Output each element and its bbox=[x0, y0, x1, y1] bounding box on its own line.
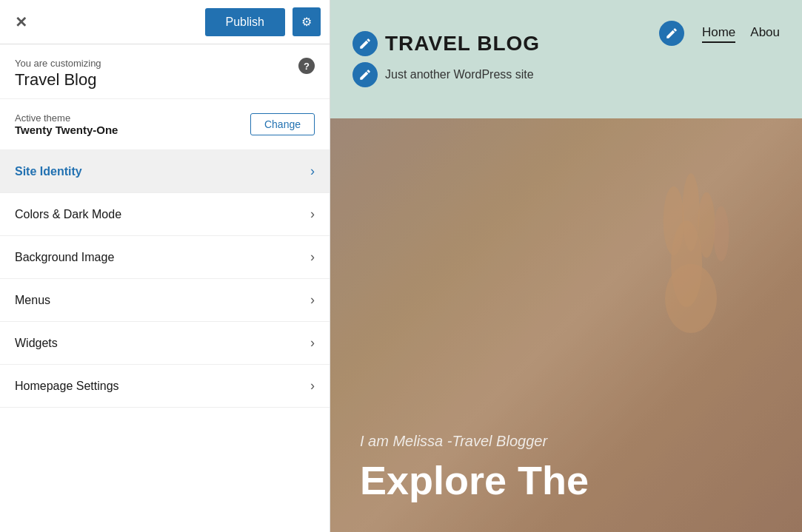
nav-item-label-site-identity: Site Identity bbox=[15, 165, 82, 178]
info-section: You are customizing Travel Blog ? bbox=[0, 44, 330, 99]
close-button[interactable]: ✕ bbox=[9, 10, 33, 34]
brand-top: TRAVEL BLOG bbox=[352, 31, 540, 56]
nav-link-home[interactable]: Home bbox=[702, 25, 735, 43]
change-theme-button[interactable]: Change bbox=[250, 113, 315, 135]
help-icon[interactable]: ? bbox=[298, 58, 315, 74]
preview-panel: TRAVEL BLOG Just another WordPress site … bbox=[330, 0, 802, 532]
hero-hand-svg bbox=[624, 126, 758, 333]
theme-name: Twenty Twenty-One bbox=[15, 124, 118, 136]
site-brand: TRAVEL BLOG Just another WordPress site bbox=[352, 31, 540, 87]
brand-title-text: TRAVEL BLOG bbox=[385, 32, 540, 55]
svg-point-6 bbox=[713, 206, 729, 262]
hero-content: I am Melissa -Travel Blogger Explore The bbox=[360, 433, 802, 502]
sidebar-item-background-image[interactable]: Background Image › bbox=[0, 236, 330, 279]
edit-tagline-icon[interactable] bbox=[352, 62, 378, 87]
pencil-tagline-svg bbox=[358, 68, 372, 81]
theme-info: Active theme Twenty Twenty-One bbox=[15, 112, 118, 136]
chevron-right-icon-background-image: › bbox=[310, 249, 315, 265]
svg-point-4 bbox=[682, 173, 699, 251]
chevron-right-icon-widgets: › bbox=[310, 335, 315, 351]
nav-item-label-menus: Menus bbox=[15, 294, 50, 307]
nav-item-label-background-image: Background Image bbox=[15, 251, 114, 264]
nav-item-label-widgets: Widgets bbox=[15, 337, 58, 350]
sidebar-item-site-identity[interactable]: Site Identity › bbox=[0, 150, 330, 193]
brand-tagline-row: Just another WordPress site bbox=[352, 62, 540, 87]
theme-section: Active theme Twenty Twenty-One Change bbox=[0, 99, 330, 150]
top-bar: ✕ Publish ⚙ bbox=[0, 0, 330, 44]
site-title-label: Travel Blog bbox=[15, 70, 315, 90]
hero-subtitle: I am Melissa -Travel Blogger bbox=[360, 433, 802, 450]
svg-point-3 bbox=[664, 186, 684, 255]
sidebar-item-menus[interactable]: Menus › bbox=[0, 279, 330, 322]
customizing-label: You are customizing bbox=[15, 58, 315, 69]
brand-tagline-text: Just another WordPress site bbox=[385, 68, 534, 81]
preview-header: TRAVEL BLOG Just another WordPress site … bbox=[330, 0, 802, 118]
preview-navigation: Home Abou bbox=[659, 21, 780, 46]
sidebar-item-colors-dark-mode[interactable]: Colors & Dark Mode › bbox=[0, 193, 330, 236]
preview-hero: I am Melissa -Travel Blogger Explore The bbox=[330, 118, 802, 532]
chevron-right-icon-homepage-settings: › bbox=[310, 378, 315, 394]
pencil-nav-svg bbox=[665, 27, 678, 40]
theme-label: Active theme bbox=[15, 112, 118, 124]
nav-links-list: Home Abou bbox=[702, 25, 780, 43]
chevron-right-icon-colors-dark-mode: › bbox=[310, 206, 315, 222]
edit-site-title-icon[interactable] bbox=[352, 31, 378, 56]
chevron-right-icon-site-identity: › bbox=[310, 164, 315, 179]
hero-title: Explore The bbox=[360, 459, 802, 502]
edit-nav-icon[interactable] bbox=[659, 21, 684, 46]
nav-link-about-partial: Abou bbox=[750, 25, 780, 43]
pencil-svg bbox=[358, 37, 372, 50]
sidebar-item-homepage-settings[interactable]: Homepage Settings › bbox=[0, 365, 330, 408]
svg-point-5 bbox=[698, 192, 715, 258]
gear-button[interactable]: ⚙ bbox=[293, 7, 321, 36]
nav-item-label-colors-dark-mode: Colors & Dark Mode bbox=[15, 208, 121, 221]
sidebar-item-widgets[interactable]: Widgets › bbox=[0, 322, 330, 365]
nav-item-label-homepage-settings: Homepage Settings bbox=[15, 380, 119, 393]
nav-items-list: Site Identity › Colors & Dark Mode › Bac… bbox=[0, 150, 330, 532]
chevron-right-icon-menus: › bbox=[310, 292, 315, 308]
publish-button[interactable]: Publish bbox=[205, 8, 285, 36]
customizer-panel: ✕ Publish ⚙ You are customizing Travel B… bbox=[0, 0, 330, 532]
